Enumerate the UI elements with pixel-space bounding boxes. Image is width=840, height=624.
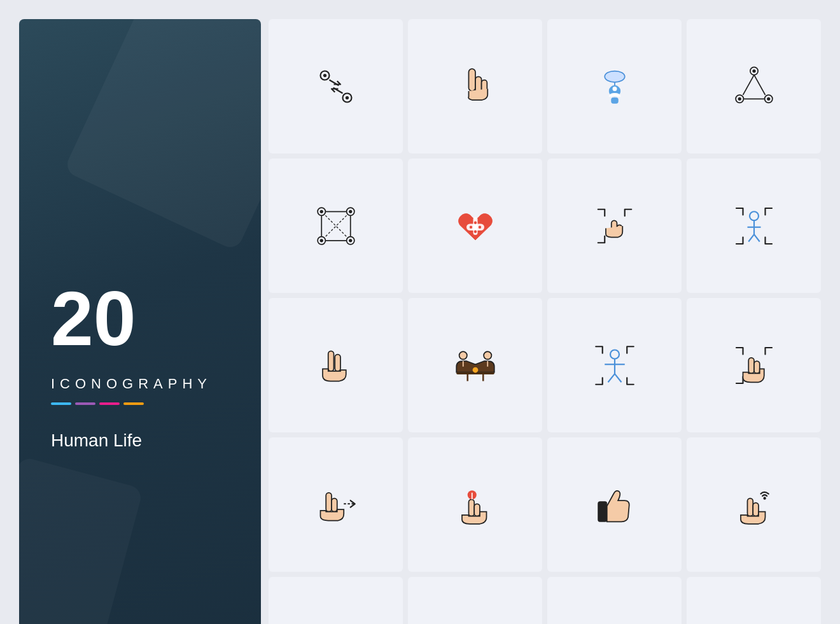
person-target-icon xyxy=(314,622,358,625)
icon-cell-7 xyxy=(547,159,682,293)
svg-point-60 xyxy=(472,367,478,372)
icon-cell-13 xyxy=(269,437,403,572)
icon-cell-11 xyxy=(547,298,682,432)
icon-cell-4 xyxy=(687,19,821,153)
icon-cell-10 xyxy=(408,298,542,432)
swipe-right-icon xyxy=(314,483,358,527)
love-lock-icon xyxy=(592,622,637,625)
pinch-expand-icon xyxy=(732,343,776,388)
svg-point-27 xyxy=(349,209,352,213)
cloud-person-icon xyxy=(592,64,637,109)
svg-point-41 xyxy=(478,225,480,228)
svg-line-64 xyxy=(608,374,615,382)
svg-point-43 xyxy=(473,230,476,232)
hand-point-icon xyxy=(453,64,498,109)
people-meeting-icon xyxy=(453,343,498,388)
svg-rect-77 xyxy=(753,502,759,516)
svg-rect-6 xyxy=(468,69,475,91)
person-expand-icon xyxy=(732,204,776,248)
crowd-icon xyxy=(732,622,776,625)
svg-point-53 xyxy=(459,351,466,359)
main-container: 20 ICONOGRAPHY Human Life xyxy=(19,19,821,624)
icon-cell-14 xyxy=(408,437,542,572)
svg-point-40 xyxy=(469,225,472,228)
svg-point-31 xyxy=(349,239,352,242)
svg-rect-52 xyxy=(335,354,340,371)
color-bar-purple xyxy=(75,402,95,405)
thumb-up-dark-icon xyxy=(592,483,637,527)
svg-point-20 xyxy=(767,97,770,100)
iconography-label: ICONOGRAPHY xyxy=(51,376,212,392)
icon-cell-19 xyxy=(547,577,682,624)
svg-point-12 xyxy=(612,87,617,91)
color-bar-blue xyxy=(51,402,71,405)
svg-rect-72 xyxy=(474,504,480,516)
icon-cell-9 xyxy=(269,298,403,432)
svg-rect-76 xyxy=(747,498,753,516)
icon-cell-1 xyxy=(269,19,403,153)
svg-rect-14 xyxy=(611,97,618,103)
icon-count: 20 xyxy=(51,280,136,357)
color-bar-orange xyxy=(123,402,144,405)
icon-cell-8 xyxy=(687,159,821,293)
category-title: Human Life xyxy=(51,430,142,451)
icon-cell-5 xyxy=(269,159,403,293)
touch-expand-icon xyxy=(592,204,637,248)
svg-point-42 xyxy=(473,221,476,223)
color-bars xyxy=(51,402,144,405)
svg-line-49 xyxy=(748,234,754,241)
svg-rect-66 xyxy=(748,357,754,373)
svg-point-18 xyxy=(738,97,741,100)
person-expand2-icon xyxy=(592,343,637,388)
icon-cell-6 xyxy=(408,159,542,293)
svg-rect-75 xyxy=(598,501,606,521)
icon-cell-12 xyxy=(687,298,821,432)
svg-point-54 xyxy=(484,351,491,359)
svg-line-50 xyxy=(754,234,760,241)
svg-point-25 xyxy=(319,209,323,213)
touch-wifi-icon xyxy=(732,483,776,527)
color-bar-pink xyxy=(99,402,120,405)
svg-line-65 xyxy=(615,374,622,382)
svg-rect-71 xyxy=(468,499,474,516)
svg-point-1 xyxy=(323,73,326,76)
icon-cell-16 xyxy=(687,437,821,572)
svg-point-61 xyxy=(610,350,619,358)
svg-point-3 xyxy=(345,96,348,99)
two-finger-touch-icon xyxy=(314,343,358,388)
press-button-icon xyxy=(453,483,498,527)
svg-line-21 xyxy=(743,74,754,95)
four-people-network-icon xyxy=(314,204,358,248)
svg-line-22 xyxy=(754,74,766,95)
svg-rect-67 xyxy=(754,361,760,373)
heart-bandage-icon xyxy=(453,204,498,248)
svg-point-16 xyxy=(752,69,755,72)
icon-cell-3 xyxy=(547,19,682,153)
svg-rect-51 xyxy=(328,351,333,371)
svg-point-29 xyxy=(319,239,323,242)
icon-cell-2 xyxy=(408,19,542,153)
svg-rect-68 xyxy=(326,492,332,511)
network-people-icon xyxy=(732,64,776,109)
thumb-up-speech-icon xyxy=(453,622,498,625)
icon-cell-17 xyxy=(269,577,403,624)
icon-cell-20 xyxy=(687,577,821,624)
svg-point-46 xyxy=(750,211,759,220)
icon-grid xyxy=(269,19,821,624)
left-panel: 20 ICONOGRAPHY Human Life xyxy=(19,19,261,624)
user-transfer-icon xyxy=(314,64,358,109)
icon-cell-18 xyxy=(408,577,542,624)
svg-rect-69 xyxy=(332,498,337,511)
svg-point-10 xyxy=(612,73,617,78)
icon-cell-15 xyxy=(547,437,682,572)
svg-point-78 xyxy=(763,497,766,499)
